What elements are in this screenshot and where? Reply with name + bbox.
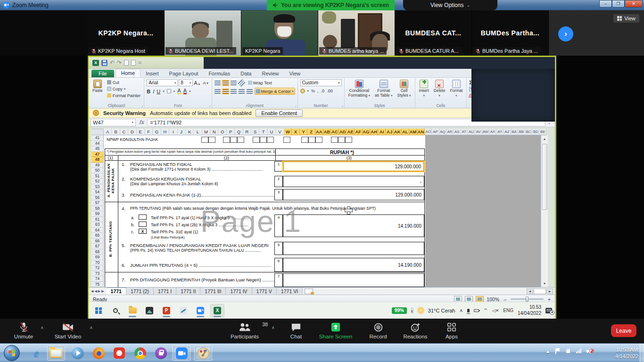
cell-styles-button[interactable]: CellStyles ▾ bbox=[396, 79, 412, 99]
scroll-thumb[interactable] bbox=[542, 144, 547, 210]
row-header[interactable]: 58 bbox=[91, 206, 104, 212]
npwp-digit-cell[interactable] bbox=[338, 137, 345, 143]
ribbon-tab-view[interactable]: View bbox=[284, 70, 306, 77]
decrease-decimal-button[interactable]: .00 bbox=[327, 89, 333, 93]
npwp-digit-cell[interactable] bbox=[201, 137, 208, 143]
ribbon-tab-review[interactable]: Review bbox=[256, 70, 284, 77]
amount-cell[interactable]: - bbox=[283, 176, 424, 187]
minimize-button[interactable]: – bbox=[599, 0, 612, 8]
participant-tile[interactable]: BUMDESA DEWI LEST... bbox=[165, 10, 241, 56]
participant-tile[interactable]: KP2KP Negara...KP2KP Negara Host bbox=[88, 10, 165, 56]
column-header[interactable]: AK bbox=[394, 129, 402, 135]
shrink-font-button[interactable]: A▼ bbox=[203, 81, 209, 85]
network-signal-icon[interactable] bbox=[576, 349, 581, 354]
format-as-table-button[interactable]: Formatas Table ▾ bbox=[373, 79, 394, 99]
qat-customize-button[interactable]: = bbox=[138, 59, 141, 66]
zoom-in-button[interactable]: + bbox=[546, 296, 552, 302]
column-header[interactable]: AE bbox=[347, 129, 355, 135]
close-button[interactable]: ✕ bbox=[625, 0, 643, 8]
zoom-app-button[interactable] bbox=[193, 304, 207, 317]
ribbon-tab-insert[interactable]: Insert bbox=[140, 70, 164, 77]
prev-sheet-button[interactable]: ◀ bbox=[94, 289, 97, 293]
dialog-launcher-icon[interactable]: ⌟ bbox=[141, 104, 143, 107]
sheet-tab[interactable]: 1771 (2) bbox=[126, 288, 154, 295]
record-button[interactable]: Record bbox=[365, 321, 391, 339]
selected-cell-W47[interactable]: 129.000.000 bbox=[283, 161, 424, 172]
row-header[interactable]: 72 bbox=[91, 265, 104, 271]
file-explorer-button[interactable] bbox=[125, 304, 140, 317]
column-header[interactable]: AS bbox=[454, 129, 461, 135]
column-header[interactable]: AF bbox=[355, 129, 363, 135]
column-header[interactable]: AV bbox=[475, 129, 482, 135]
firefox-button[interactable] bbox=[90, 346, 107, 361]
language-indicator[interactable]: ENG bbox=[503, 308, 513, 313]
hscroll-left-icon[interactable]: ◀ bbox=[527, 288, 533, 294]
vertical-scrollbar[interactable]: ▲ ▼ bbox=[541, 135, 548, 287]
unmute-button[interactable]: Unmute bbox=[8, 321, 39, 339]
column-header[interactable]: AZ bbox=[504, 129, 511, 135]
gom-player-button[interactable] bbox=[110, 346, 128, 361]
maximize-button[interactable]: ❐ bbox=[612, 0, 625, 8]
row-header[interactable]: 56 bbox=[91, 195, 104, 201]
row-header[interactable]: 41 bbox=[91, 135, 104, 141]
font-name-select[interactable]: Arial▾ bbox=[147, 79, 178, 86]
column-header[interactable]: V bbox=[276, 129, 284, 135]
battery-percent-badge[interactable]: 99% bbox=[392, 307, 407, 314]
align-top-button[interactable] bbox=[215, 81, 221, 85]
column-header[interactable]: BA bbox=[511, 129, 518, 135]
column-header[interactable]: P bbox=[227, 129, 235, 135]
volume-muted-icon[interactable] bbox=[586, 348, 593, 354]
leave-button[interactable]: Leave bbox=[611, 324, 636, 337]
power-plug-icon[interactable] bbox=[565, 349, 571, 354]
column-header[interactable]: AL bbox=[402, 129, 410, 135]
column-header[interactable]: D bbox=[128, 129, 136, 135]
row-header[interactable]: 52 bbox=[91, 179, 104, 184]
next-participants-button[interactable]: › bbox=[558, 26, 573, 41]
column-header[interactable]: AJ bbox=[386, 129, 394, 135]
row-header[interactable]: 45 bbox=[91, 146, 104, 152]
row-header[interactable]: 66 bbox=[91, 239, 104, 244]
name-box[interactable]: W47▾ bbox=[91, 119, 136, 126]
scroll-up-icon[interactable]: ▲ bbox=[541, 135, 548, 142]
npwp-digit-cell[interactable] bbox=[308, 137, 315, 143]
npwp-digit-cell[interactable] bbox=[253, 137, 260, 143]
column-header[interactable]: N bbox=[210, 129, 218, 135]
font-size-select[interactable]: 8▾ bbox=[179, 79, 193, 86]
row-header[interactable]: 48 bbox=[91, 157, 104, 163]
sheet-tab[interactable]: 1771 II bbox=[176, 288, 200, 295]
ribbon-tab-data[interactable]: Data bbox=[235, 70, 256, 77]
align-center-button[interactable] bbox=[223, 89, 229, 94]
row-header[interactable]: 64 bbox=[91, 228, 104, 233]
enable-content-button[interactable]: Enable Content bbox=[256, 109, 303, 117]
zoom-out-button[interactable]: – bbox=[502, 296, 508, 302]
column-header[interactable]: J bbox=[178, 129, 186, 135]
amount-index-cell[interactable]: 6 bbox=[274, 258, 283, 272]
sheet-tab[interactable]: 1771 III bbox=[200, 288, 226, 295]
copy-button[interactable]: Copy▾ bbox=[106, 86, 142, 92]
paint-app-button[interactable] bbox=[176, 304, 190, 317]
row-header[interactable]: 47 bbox=[91, 152, 104, 157]
column-header[interactable]: AW bbox=[482, 129, 489, 135]
column-header[interactable]: AI bbox=[378, 129, 386, 135]
column-header[interactable]: C bbox=[120, 129, 128, 135]
dialog-launcher-icon[interactable]: ⌟ bbox=[209, 104, 210, 107]
npwp-digit-cell[interactable] bbox=[315, 137, 322, 143]
npwp-digit-cell[interactable] bbox=[230, 137, 237, 143]
row-header[interactable]: 50 bbox=[91, 168, 104, 173]
percent-button[interactable]: % bbox=[311, 89, 315, 93]
row-header[interactable]: 54 bbox=[91, 189, 104, 195]
comma-button[interactable]: , bbox=[317, 89, 319, 93]
column-header[interactable]: AB bbox=[323, 129, 331, 135]
column-header[interactable]: W bbox=[284, 129, 292, 135]
align-bottom-button[interactable] bbox=[231, 81, 237, 85]
column-header[interactable]: AX bbox=[489, 129, 496, 135]
decrease-indent-button[interactable] bbox=[239, 89, 245, 94]
tray-volume-muted-icon[interactable]: ◁✕ bbox=[492, 308, 499, 313]
column-header[interactable]: AD bbox=[339, 129, 347, 135]
amount-index-cell[interactable]: 1 bbox=[274, 161, 283, 172]
column-header[interactable]: AT bbox=[461, 129, 468, 135]
sheet-tab[interactable]: 1771 IV bbox=[226, 288, 252, 295]
start-button[interactable] bbox=[91, 304, 106, 317]
number-format-select[interactable]: Custom▾ bbox=[300, 79, 342, 86]
column-header[interactable]: BE bbox=[539, 129, 546, 135]
